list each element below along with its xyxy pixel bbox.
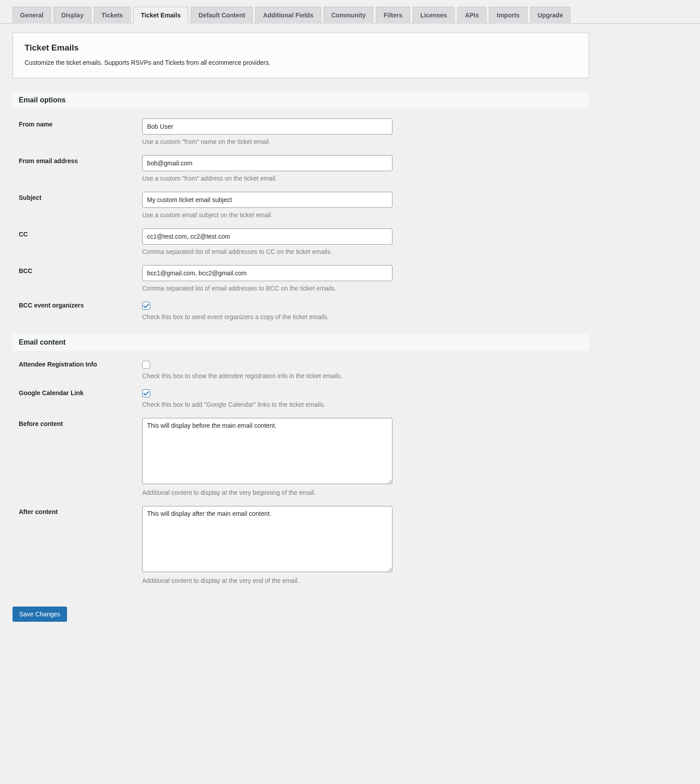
before-content-desc: Additional content to display at the ver… (142, 489, 589, 496)
section-heading: Email options (19, 96, 583, 104)
bcc-input[interactable] (142, 265, 392, 281)
attendee-info-desc: Check this box to show the attendee regi… (142, 372, 589, 379)
tab-licenses[interactable]: Licenses (413, 7, 455, 24)
bcc-desc: Comma separated list of email addresses … (142, 285, 589, 292)
subject-label: Subject (13, 192, 142, 201)
before-content-label: Before content (13, 418, 142, 427)
save-changes-button[interactable]: Save Changes (13, 607, 67, 622)
from-email-input[interactable] (142, 155, 392, 171)
after-content-desc: Additional content to display at the ver… (142, 577, 589, 584)
after-content-label: After content (13, 506, 142, 515)
after-content-textarea[interactable] (142, 506, 392, 572)
gcal-link-label: Google Calendar Link (13, 389, 142, 396)
tab-upgrade[interactable]: Upgrade (530, 7, 571, 24)
bcc-organizers-label: BCC event organizers (13, 302, 142, 309)
attendee-info-label: Attendee Registration Info (13, 361, 142, 368)
cc-label: CC (13, 228, 142, 238)
subject-input[interactable] (142, 192, 392, 208)
tab-default-content[interactable]: Default Content (191, 7, 253, 24)
from-name-desc: Use a custom "from" name on the ticket e… (142, 138, 589, 145)
section-email-options: Email options (13, 92, 589, 109)
from-name-label: From name (13, 118, 142, 128)
tab-tickets[interactable]: Tickets (94, 7, 131, 24)
gcal-link-checkbox[interactable] (142, 389, 150, 397)
before-content-textarea[interactable] (142, 418, 392, 484)
from-email-label: From email address (13, 155, 142, 164)
tab-general[interactable]: General (13, 7, 51, 24)
settings-tabs: General Display Tickets Ticket Emails De… (0, 0, 700, 24)
section-heading: Email content (19, 338, 583, 346)
email-content-table: Attendee Registration Info Check this bo… (13, 351, 589, 584)
bcc-label: BCC (13, 265, 142, 274)
panel-title: Ticket Emails (25, 43, 577, 53)
section-email-content: Email content (13, 334, 589, 351)
tab-display[interactable]: Display (54, 7, 91, 24)
attendee-info-checkbox[interactable] (142, 361, 150, 369)
cc-desc: Comma separated list of email addresses … (142, 248, 589, 255)
tab-apis[interactable]: APIs (457, 7, 486, 24)
bcc-organizers-checkbox[interactable] (142, 302, 150, 310)
bcc-organizers-desc: Check this box to send event organizers … (142, 313, 589, 320)
email-options-table: From name Use a custom "from" name on th… (13, 109, 589, 320)
subject-desc: Use a custom email subject on the ticket… (142, 211, 589, 219)
from-email-desc: Use a custom "from" address on the ticke… (142, 175, 589, 182)
tab-ticket-emails[interactable]: Ticket Emails (133, 7, 188, 24)
from-name-input[interactable] (142, 118, 392, 135)
panel-description: Customize the ticket emails. Supports RS… (25, 59, 577, 66)
intro-panel: Ticket Emails Customize the ticket email… (13, 33, 589, 78)
cc-input[interactable] (142, 228, 392, 244)
tab-filters[interactable]: Filters (376, 7, 410, 24)
tab-additional-fields[interactable]: Additional Fields (255, 7, 321, 24)
gcal-link-desc: Check this box to add "Google Calendar" … (142, 401, 589, 408)
tab-community[interactable]: Community (324, 7, 373, 24)
tab-imports[interactable]: Imports (489, 7, 527, 24)
